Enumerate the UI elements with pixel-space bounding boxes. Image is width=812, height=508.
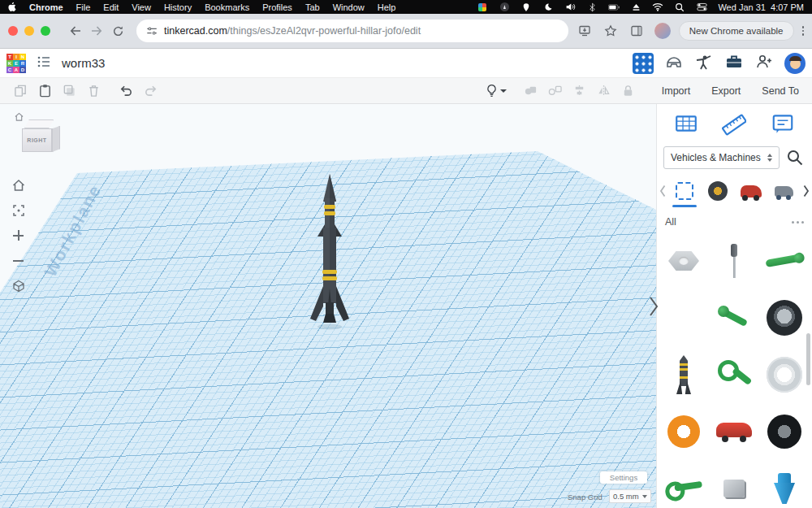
chrome-update-button[interactable]: New Chrome available — [679, 21, 794, 41]
panel-scrollbar[interactable] — [806, 333, 810, 385]
side-panel-icon[interactable] — [627, 21, 646, 41]
part-screwdriver[interactable] — [710, 232, 758, 289]
view-cube-front-face[interactable]: RIGHT — [22, 128, 52, 152]
rocket-model[interactable] — [305, 174, 354, 332]
view-cube-side-face[interactable] — [52, 126, 60, 152]
category-motorcycle[interactable] — [737, 175, 765, 207]
menu-tab[interactable]: Tab — [305, 2, 320, 12]
zoom-out-button[interactable] — [11, 253, 26, 268]
address-bar[interactable]: tinkercad.com/things/esJzeAl2qvr-powerfu… — [136, 20, 568, 42]
delete-icon[interactable] — [81, 80, 106, 102]
paste-icon[interactable] — [32, 80, 57, 102]
lightbulb-icon[interactable] — [480, 80, 512, 102]
perspective-toggle-button[interactable] — [11, 278, 26, 293]
moon-icon[interactable] — [542, 2, 554, 12]
zoom-window-button[interactable] — [41, 26, 50, 36]
export-button[interactable]: Export — [711, 85, 741, 97]
part-rocket[interactable] — [659, 346, 708, 403]
ruler-tool-icon[interactable] — [718, 109, 750, 138]
part-tire-white[interactable] — [760, 346, 809, 403]
menu-window[interactable]: Window — [333, 2, 365, 12]
part-car-red[interactable] — [710, 403, 758, 460]
lock-icon[interactable] — [616, 80, 641, 102]
close-window-button[interactable] — [8, 26, 18, 36]
part-block-gray[interactable] — [710, 460, 758, 508]
volume-icon[interactable] — [564, 2, 576, 12]
menu-history[interactable]: History — [164, 2, 192, 12]
snap-grid-select[interactable]: 0.5 mm — [609, 489, 651, 503]
menu-file[interactable]: File — [76, 2, 91, 12]
wifi-icon[interactable] — [652, 2, 663, 12]
colorful-app-icon[interactable] — [477, 2, 488, 12]
design-title[interactable]: worm33 — [62, 56, 105, 70]
view-cube-top-face[interactable] — [24, 119, 54, 128]
ungroup-icon[interactable] — [543, 80, 568, 102]
align-icon[interactable] — [568, 80, 592, 102]
section-menu-icon[interactable] — [792, 221, 804, 224]
menubar-clock[interactable]: Wed Jan 31 4:07 PM — [718, 2, 804, 12]
home-button[interactable] — [11, 177, 26, 193]
forward-button[interactable] — [86, 20, 107, 41]
screen-sharing-icon[interactable] — [499, 2, 510, 12]
send-to-button[interactable]: Send To — [762, 85, 799, 97]
part-funnel-blue[interactable] — [760, 460, 809, 508]
panel-collapse-handle[interactable] — [647, 293, 660, 319]
lightbulb-dropdown-caret[interactable] — [500, 89, 507, 93]
shape-search-icon[interactable] — [784, 147, 806, 168]
category-select-all[interactable] — [671, 175, 698, 207]
bookmark-star-icon[interactable] — [601, 21, 620, 41]
zoom-in-button[interactable] — [11, 228, 26, 243]
location-icon[interactable] — [520, 2, 532, 12]
dab-figure-icon[interactable] — [694, 52, 714, 75]
minimize-window-button[interactable] — [24, 26, 34, 36]
briefcase-icon[interactable] — [724, 52, 744, 75]
tinkercad-logo[interactable]: TINKERCAD — [6, 54, 26, 73]
app-grid-button[interactable] — [633, 53, 654, 74]
menu-profiles[interactable]: Profiles — [262, 2, 292, 12]
import-button[interactable]: Import — [662, 85, 690, 97]
part-ring-orange[interactable] — [659, 403, 708, 460]
helmet-icon[interactable] — [664, 52, 684, 75]
part-wrench-green[interactable] — [659, 460, 708, 508]
category-dropdown[interactable]: Vehicles & Machines — [663, 146, 780, 169]
workplane-tool-icon[interactable] — [670, 109, 702, 138]
home-view-icon[interactable] — [15, 112, 24, 121]
redo-icon[interactable] — [138, 80, 162, 102]
back-button[interactable] — [65, 20, 86, 41]
install-app-icon[interactable] — [575, 21, 594, 41]
apple-menu-icon[interactable] — [8, 2, 18, 12]
part-hex-nut[interactable] — [659, 232, 708, 289]
search-icon[interactable] — [674, 2, 685, 12]
undo-icon[interactable] — [114, 80, 138, 102]
part-tire-black[interactable] — [760, 403, 809, 460]
menu-help[interactable]: Help — [378, 2, 396, 12]
bluetooth-icon[interactable] — [586, 2, 598, 12]
control-center-icon[interactable] — [696, 2, 707, 12]
shapes-list-icon[interactable] — [36, 54, 52, 73]
group-icon[interactable] — [519, 80, 543, 102]
menu-edit[interactable]: Edit — [103, 2, 119, 12]
duplicate-icon[interactable] — [57, 80, 81, 102]
menu-view[interactable]: View — [132, 2, 151, 12]
part-tire-dark[interactable] — [760, 289, 809, 346]
menubar-app-name[interactable]: Chrome — [29, 2, 63, 12]
site-settings-icon[interactable] — [146, 25, 158, 37]
chrome-profile-avatar[interactable] — [654, 23, 671, 39]
category-wheel[interactable] — [704, 175, 732, 207]
viewport-3d[interactable]: Workplane RIGHT — [0, 104, 656, 508]
add-user-icon[interactable] — [754, 52, 774, 75]
mirror-icon[interactable] — [592, 80, 616, 102]
notes-tool-icon[interactable] — [767, 109, 799, 138]
part-lever-green[interactable] — [760, 232, 809, 289]
chrome-menu-icon[interactable] — [802, 26, 805, 36]
settings-button[interactable]: Settings — [600, 471, 647, 484]
user-avatar[interactable] — [784, 53, 806, 74]
menu-bookmarks[interactable]: Bookmarks — [205, 2, 249, 12]
carousel-prev-icon[interactable] — [657, 179, 668, 203]
carousel-next-icon[interactable] — [801, 179, 812, 203]
battery-icon[interactable] — [608, 2, 620, 12]
part-crank-green[interactable] — [710, 346, 758, 403]
part-shifter-green[interactable] — [710, 289, 758, 346]
eject-icon[interactable] — [630, 2, 641, 12]
fit-view-button[interactable] — [11, 202, 26, 218]
